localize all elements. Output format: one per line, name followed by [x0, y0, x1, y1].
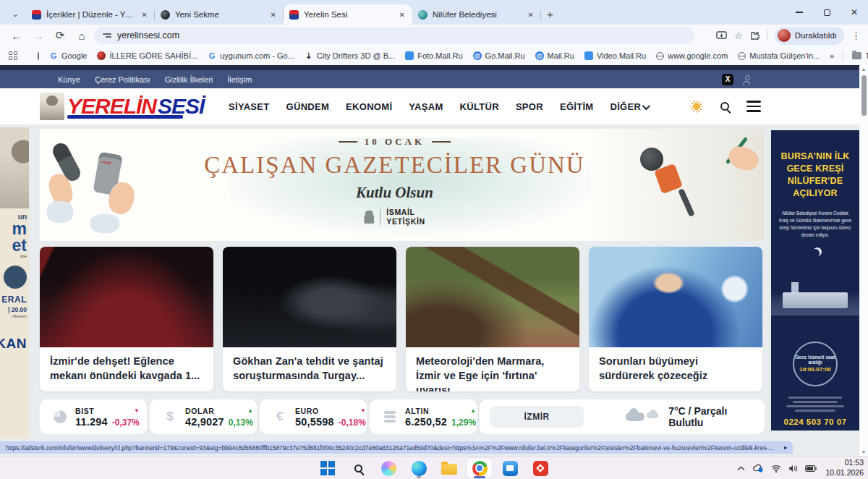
main-navigation: SİYASET GÜNDEM EKONOMİ YAŞAM KÜLTÜR SPOR…	[229, 88, 648, 124]
ticker-euro[interactable]: € EURO▼ 50,5598-0,18%	[260, 399, 367, 434]
journalists-day-banner[interactable]: 10 OCAK ÇALIŞAN GAZETECİLER GÜNÜ Kutlu O…	[40, 129, 765, 241]
scrollbar-thumb[interactable]	[861, 75, 867, 116]
news-headline[interactable]: Gökhan Zan'a tehdit ve şantaj soruşturma…	[233, 354, 386, 383]
bookmarks-overflow-chevron[interactable]: »	[830, 51, 834, 60]
google-icon: G	[49, 51, 58, 60]
city-selector[interactable]: İZMİR	[490, 406, 584, 428]
browser-tab-active[interactable]: Yerelin Sesi ✕	[284, 4, 412, 25]
link-iletisim[interactable]: İletişim	[227, 75, 252, 84]
bookmark-uygunum[interactable]: Guygunum.com - Go...	[208, 51, 294, 60]
chevron-down-icon	[642, 101, 650, 109]
pie-chart-icon	[51, 408, 69, 425]
search-icon[interactable]	[720, 102, 729, 111]
nav-diger[interactable]: DİĞER	[610, 101, 649, 112]
bookmark-video-mailru[interactable]: Video.Mail.Ru	[584, 51, 646, 60]
tray-chevron-up-icon[interactable]	[737, 466, 745, 471]
user-account-icon[interactable]	[742, 75, 751, 84]
back-button[interactable]: ←	[7, 26, 26, 45]
microsoft-store-icon[interactable]	[498, 458, 522, 478]
browser-tab[interactable]: Nilüfer Belediyesi ✕	[412, 4, 541, 25]
news-card[interactable]: Gökhan Zan'a tehdit ve şantaj soruşturma…	[223, 247, 396, 391]
browser-menu-icon[interactable]: ⋮	[851, 30, 861, 41]
news-headline[interactable]: Meteoroloji'den Marmara, İzmir ve Ege iç…	[416, 354, 569, 391]
page-scrollbar[interactable]: ▲ ▼	[859, 65, 868, 456]
link-cerez[interactable]: Çerez Politikası	[95, 75, 150, 84]
forward-button[interactable]: →	[29, 26, 48, 45]
browser-tab[interactable]: Yeni Sekme ✕	[155, 4, 284, 25]
copilot-icon[interactable]	[376, 458, 401, 478]
nav-egitim[interactable]: EĞİTİM	[560, 101, 594, 112]
chrome-icon-active[interactable]	[467, 458, 492, 478]
nilufer-kres-ad[interactable]: BURSA'NIN İLK GECE KREŞİ NİLÜFER'DE AÇIL…	[771, 130, 859, 431]
bookmark-google[interactable]: GGoogle	[49, 51, 87, 60]
extensions-icon[interactable]	[750, 31, 760, 41]
poster-photo	[0, 127, 29, 208]
speaker-icon[interactable]	[788, 465, 798, 472]
tab-search-chevron-icon[interactable]: ⌄	[6, 4, 25, 23]
minimize-button[interactable]	[786, 1, 813, 23]
nav-yasam[interactable]: YAŞAM	[409, 101, 443, 112]
file-explorer-icon[interactable]	[437, 458, 461, 478]
tab-close-icon[interactable]: ✕	[140, 11, 149, 19]
ticker-bist[interactable]: BIST▼ 11.294-0,37%	[40, 399, 147, 434]
bookmark-foto-mailru[interactable]: Foto.Mail.Ru	[405, 51, 462, 60]
link-gizlilik[interactable]: Gizlilik İlkeleri	[165, 75, 213, 84]
nav-siyaset[interactable]: SİYASET	[229, 101, 270, 112]
battery-icon[interactable]	[805, 465, 817, 472]
news-image-storm	[406, 247, 579, 347]
apps-grid-icon[interactable]	[9, 51, 17, 60]
news-headline[interactable]: İzmir'de dehşet! Eğlence mekanı önündeki…	[50, 354, 203, 383]
bookmark-mailru[interactable]: @Mail.Ru	[535, 51, 574, 60]
site-topbar: Künye Çerez Politikası Gizlilik İlkeleri…	[0, 70, 859, 88]
start-button[interactable]	[315, 458, 340, 478]
news-card[interactable]: Meteoroloji'den Marmara, İzmir ve Ege iç…	[406, 247, 579, 391]
tab-close-icon[interactable]: ✕	[398, 11, 407, 19]
ticker-altin[interactable]: ALTIN▲ 6.250,521,29%	[370, 399, 477, 434]
new-tab-button[interactable]: +	[547, 8, 553, 20]
site-logo[interactable]: YERELİNSESİ	[40, 93, 204, 120]
bookmark-google-com[interactable]: www.google.com	[656, 51, 728, 60]
profile-pill[interactable]: Duraklatıldı	[775, 27, 844, 45]
home-button[interactable]: ⌂	[72, 26, 91, 45]
nav-spor[interactable]: SPOR	[516, 101, 543, 112]
scroll-down-arrow[interactable]: ▼	[859, 449, 868, 454]
scroll-up-arrow[interactable]: ▲	[859, 67, 868, 72]
taskbar-search-icon[interactable]	[346, 458, 370, 478]
wifi-icon[interactable]	[771, 465, 781, 472]
tab-close-icon[interactable]: ✕	[527, 11, 535, 19]
red-app-icon[interactable]	[528, 458, 553, 478]
bookmark-city-drifters[interactable]: ⇣City Drifters 3D @ B...	[305, 51, 395, 60]
all-bookmarks-button[interactable]: Tüm Yer İşaretleri	[852, 51, 868, 60]
nav-kultur[interactable]: KÜLTÜR	[460, 101, 499, 112]
maximize-button[interactable]	[813, 1, 841, 23]
bookmark-star-icon[interactable]: ☆	[734, 30, 743, 41]
bookmark-go-mailru[interactable]: @Go.Mail.Ru	[473, 51, 525, 60]
left-cutoff-poster[interactable]: un m et ikle ERAL | 20.00 i Merkezi KAN	[0, 127, 29, 438]
news-card[interactable]: Sorunları büyümeyi sürdürerek çözeceğiz	[589, 247, 762, 391]
address-url[interactable]: yerelinsesi.com	[117, 30, 179, 41]
news-headline[interactable]: Sorunları büyümeyi sürdürerek çözeceğiz	[599, 354, 752, 383]
onedrive-cloud-icon[interactable]	[752, 464, 764, 472]
install-icon[interactable]	[716, 31, 727, 41]
close-button[interactable]: ✕	[841, 1, 868, 23]
menu-hamburger-icon[interactable]	[746, 101, 761, 112]
ticker-dolar[interactable]: $ DOLAR▲ 42,90270,13%	[150, 399, 257, 434]
bookmark-illere-gore[interactable]: İLLERE GÖRE SAHİBİ...	[97, 51, 197, 60]
tab-close-icon[interactable]: ✕	[269, 11, 278, 19]
poster-text-fragment: ikle	[20, 254, 27, 258]
address-bar[interactable]: yerelinsesi.com	[94, 27, 694, 44]
bookmark-mustafa[interactable]: Mustafa Gülşen'in...	[738, 51, 820, 60]
tray-clock[interactable]: 01:53 10.01.2026	[825, 458, 864, 478]
x-twitter-icon[interactable]: X	[722, 74, 733, 85]
reload-button[interactable]: ⟳	[51, 26, 69, 45]
news-card[interactable]: İzmir'de dehşet! Eğlence mekanı önündeki…	[40, 247, 213, 391]
bookmarks-right: » Tüm Yer İşaretleri	[830, 51, 868, 62]
site-settings-icon[interactable]	[103, 33, 111, 38]
edge-icon[interactable]	[407, 458, 431, 478]
globe-bookmark-icon[interactable]	[38, 52, 39, 60]
link-kunye[interactable]: Künye	[58, 75, 80, 84]
nav-gundem[interactable]: GÜNDEM	[286, 101, 330, 112]
browser-tab[interactable]: İçerikler | Düzenle - Yerelin Sesi ✕	[26, 4, 155, 25]
theme-sun-icon[interactable]	[690, 100, 703, 113]
nav-ekonomi[interactable]: EKONOMİ	[346, 101, 392, 112]
